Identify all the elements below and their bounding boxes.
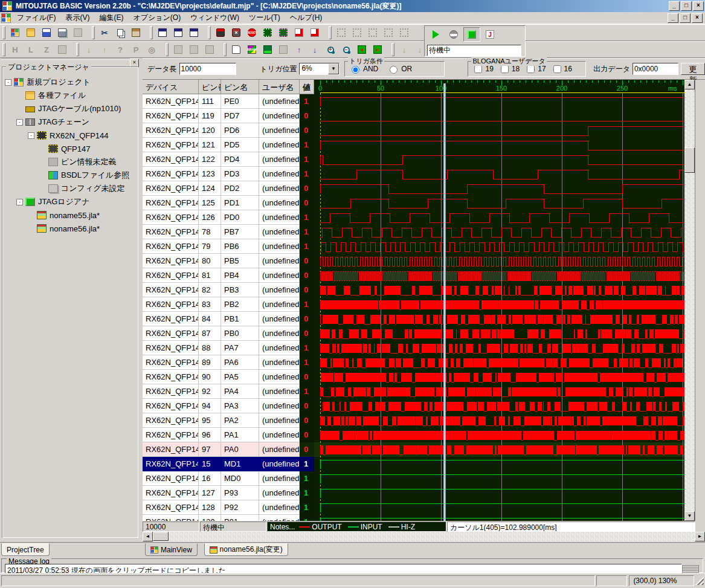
tree-item-new-project[interactable]: -新規プロジェクト: [5, 76, 137, 89]
save-copy-button[interactable]: [54, 25, 70, 40]
tree-item-jtag-logana[interactable]: -JTAGロジアナ: [5, 195, 137, 208]
vertical-scrollbar[interactable]: ▲ ▼: [684, 80, 695, 521]
table-row-PD6[interactable]: RX62N_QFP144120PD6(undefined)0: [143, 123, 314, 138]
tree-item-config-unset[interactable]: コンフィグ未設定: [5, 182, 137, 195]
table-row-P93[interactable]: RX62N_QFP144127P93(undefined)1: [143, 486, 314, 500]
cut-button[interactable]: ✂: [97, 25, 112, 40]
table-row-PD7[interactable]: RX62N_QFP144119PD7(undefined)0: [143, 109, 314, 123]
tab-noname56[interactable]: noname56.jla(変更): [204, 543, 288, 556]
horizontal-scrollbar[interactable]: ◄ ►: [143, 532, 705, 542]
table-row-P91[interactable]: RX62N_QFP144129P91(undefined)1: [143, 515, 314, 521]
output-data-input[interactable]: [633, 63, 678, 75]
column-header-1[interactable]: ピン番: [199, 80, 221, 94]
table-row-PE0[interactable]: RX62N_QFP144111PE0(undefined)1: [143, 94, 314, 109]
table-row-PB2[interactable]: RX62N_QFP14483PB2(undefined)1: [143, 297, 314, 312]
table-row-PB1[interactable]: RX62N_QFP14484PB1(undefined)0: [143, 312, 314, 326]
tree-item-rx62n[interactable]: -RX62N_QFP144: [5, 129, 137, 142]
boundary-scan-button[interactable]: [260, 25, 275, 40]
scroll-up-icon[interactable]: ▲: [684, 80, 695, 89]
hscroll-thumb[interactable]: [153, 532, 169, 541]
tree-expander-icon[interactable]: -: [28, 132, 34, 139]
toolbar-grip[interactable]: [208, 26, 211, 39]
table-row-PA6[interactable]: RX62N_QFP14489PA6(undefined)1: [143, 355, 314, 370]
stop-button[interactable]: [445, 27, 462, 42]
bram-view-button[interactable]: BRAM: [244, 42, 260, 57]
notes-label[interactable]: Notes...: [270, 523, 295, 531]
jtag-connect-button[interactable]: [213, 25, 228, 40]
column-header-4[interactable]: 値: [300, 80, 314, 94]
toolbar-grip[interactable]: [2, 43, 5, 56]
menu-item-1[interactable]: 表示(V): [60, 11, 94, 24]
watch-list-button[interactable]: [307, 25, 323, 40]
panel-close-icon[interactable]: ×: [130, 59, 139, 67]
table-row-P92[interactable]: RX62N_QFP144128P92(undefined)1: [143, 500, 314, 515]
resize-grip[interactable]: [695, 577, 704, 585]
minimize-button[interactable]: _: [669, 1, 680, 11]
tree-item-bsdl[interactable]: BSDLファイル参照: [5, 169, 137, 182]
table-row-PD5[interactable]: RX62N_QFP144121PD5(undefined)1: [143, 138, 314, 152]
tree-item-jtag-cable[interactable]: JTAGケーブル(np1010): [5, 102, 137, 115]
scroll-left-icon[interactable]: ◄: [143, 532, 153, 541]
close-button[interactable]: ×: [693, 1, 704, 11]
scroll-down-icon[interactable]: ▼: [684, 511, 695, 521]
mdi-close-button[interactable]: ×: [692, 13, 703, 23]
table-row-PB0[interactable]: RX62N_QFP14487PB0(undefined)0: [143, 326, 314, 341]
menu-item-0[interactable]: ファイル(F): [12, 11, 60, 24]
table-row-PA1[interactable]: RX62N_QFP14496PA1(undefined)0: [143, 428, 314, 442]
table-row-PB6[interactable]: RX62N_QFP14479PB6(undefined)1: [143, 239, 314, 254]
cursor-right-button[interactable]: ►: [370, 42, 385, 57]
chevron-down-icon[interactable]: ▼: [328, 63, 339, 74]
toolbar-grip[interactable]: [150, 26, 153, 39]
tree-expander-icon[interactable]: -: [5, 79, 11, 86]
run-button[interactable]: [427, 27, 444, 42]
tile-horizontal-button[interactable]: [170, 25, 186, 40]
new-project-button[interactable]: [7, 25, 23, 40]
jtag-stop-button[interactable]: J: [481, 27, 498, 42]
tree-expander-icon[interactable]: -: [16, 199, 23, 205]
toolbar-grip[interactable]: [166, 43, 169, 56]
table-row-PA7[interactable]: RX62N_QFP14488PA7(undefined)1: [143, 341, 314, 355]
toolbar-grip[interactable]: [2, 26, 5, 39]
toolbar-grip[interactable]: [391, 43, 394, 56]
zoom-in-button[interactable]: +: [323, 42, 338, 57]
toolbar-grip[interactable]: [224, 43, 227, 56]
move-down-button[interactable]: ↓: [307, 42, 323, 57]
table-row-PD1[interactable]: RX62N_QFP144125PD1(undefined)0: [143, 196, 314, 210]
table-row-PD4[interactable]: RX62N_QFP144122PD4(undefined)1: [143, 152, 314, 167]
table-row-PD0[interactable]: RX62N_QFP144126PD0(undefined)1: [143, 210, 314, 225]
tile-vertical-button[interactable]: [186, 25, 202, 40]
cascade-windows-button[interactable]: [155, 25, 170, 40]
menu-item-3[interactable]: オプション(O): [128, 11, 185, 24]
blogana-checkbox-16[interactable]: [553, 65, 561, 73]
cursor-left-button[interactable]: ◄: [354, 42, 370, 57]
and-radio[interactable]: [352, 66, 359, 74]
tree-item-qfp147[interactable]: QFP147: [5, 142, 137, 155]
table-row-PD3[interactable]: RX62N_QFP144123PD3(undefined)1: [143, 167, 314, 181]
message-log-scroll[interactable]: [682, 565, 699, 573]
table-row-MD0[interactable]: RX62N_QFP14416MD0(undefined)1: [143, 471, 314, 486]
save-button[interactable]: [39, 25, 54, 40]
blogana-checkbox-17[interactable]: [527, 65, 535, 73]
column-header-2[interactable]: ピン名: [221, 80, 259, 94]
copy-button[interactable]: [112, 25, 128, 40]
tab-mainview[interactable]: MainView: [145, 543, 198, 556]
tree-item-jtag-chain[interactable]: -JTAGチェーン: [5, 115, 137, 129]
add-watch-button[interactable]: [291, 25, 307, 40]
menu-item-6[interactable]: ヘルプ(H): [285, 11, 327, 24]
trigger-pos-select[interactable]: 6% ▼: [299, 63, 340, 75]
table-row-PB3[interactable]: RX62N_QFP14482PB3(undefined)0: [143, 283, 314, 297]
maximize-button[interactable]: □: [681, 1, 692, 11]
table-row-PB7[interactable]: RX62N_QFP14478PB7(undefined)1: [143, 225, 314, 239]
tree-item-noname56[interactable]: noname56.jla*: [5, 222, 137, 235]
extest-button[interactable]: [275, 25, 291, 40]
toolbar-grip[interactable]: [329, 26, 332, 39]
blogana-checkbox-18[interactable]: [501, 65, 509, 73]
mdi-minimize-button[interactable]: _: [668, 13, 678, 23]
blogana-checkbox-19[interactable]: [474, 65, 482, 73]
tree-item-pin-undefined[interactable]: ピン情報未定義: [5, 155, 137, 169]
menu-item-2[interactable]: 編集(E): [94, 11, 128, 24]
new-waveform-button[interactable]: [228, 42, 244, 57]
tree-item-files[interactable]: 各種ファイル: [5, 89, 137, 102]
toolbar-grip[interactable]: [92, 26, 95, 39]
sample-waveform-button[interactable]: [260, 42, 275, 57]
